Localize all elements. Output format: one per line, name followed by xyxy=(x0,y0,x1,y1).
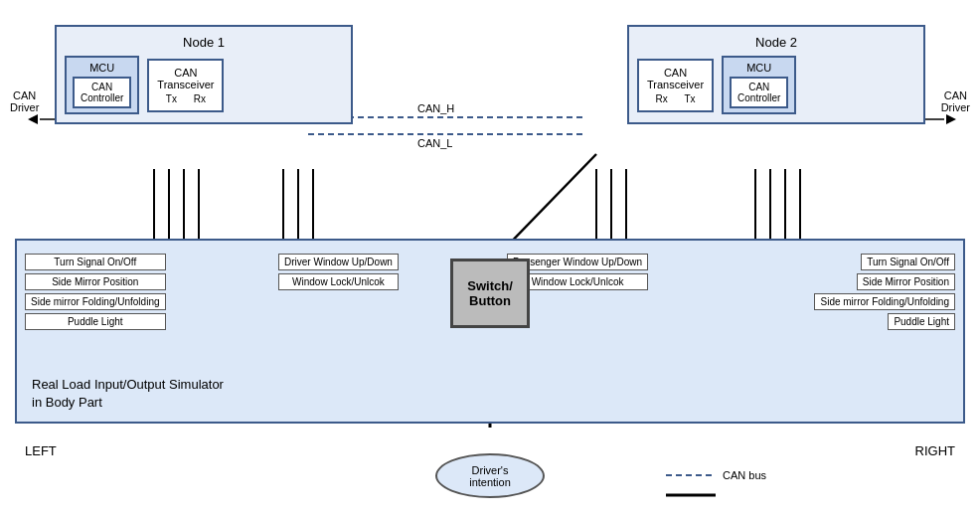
node1-container: Node 1 MCU CANController CANTransceiver … xyxy=(55,25,353,124)
node2-mcu-label: MCU xyxy=(730,62,788,74)
signal-mirror-fold-left: Side mirror Folding/Unfolding xyxy=(25,293,166,310)
node2-container: Node 2 CANTransceiver Rx Tx MCU CANContr… xyxy=(627,25,925,124)
node2-box: Node 2 CANTransceiver Rx Tx MCU CANContr… xyxy=(627,25,925,124)
diagram-container: CAN_H CAN_L xyxy=(0,0,980,518)
signal-turn-right: Turn Signal On/Off xyxy=(861,254,955,270)
node2-transceiver: CANTransceiver Rx Tx xyxy=(637,59,714,112)
drivers-intention-ellipse: Driver'sintention xyxy=(435,453,545,498)
svg-marker-25 xyxy=(946,114,956,124)
signal-mirror-pos-right: Side Mirror Position xyxy=(857,273,955,290)
left-label: LEFT xyxy=(25,443,57,458)
node1-mcu-label: MCU xyxy=(73,62,131,74)
signal-driver-window: Driver Window Up/Down xyxy=(278,254,399,270)
switch-button-box[interactable]: Switch/Button xyxy=(450,259,530,328)
right-signals-group: Turn Signal On/Off Side Mirror Position … xyxy=(814,254,955,332)
node1-mcu-box: MCU CANController xyxy=(65,56,139,114)
right-label: RIGHT xyxy=(915,443,955,458)
signal-mirror-fold-right: Side mirror Folding/Unfolding xyxy=(814,293,955,310)
node2-tx: Tx xyxy=(685,93,696,104)
switch-button-label: Switch/Button xyxy=(467,278,513,308)
signal-window-lock-left: Window Lock/Unlcok xyxy=(278,273,399,290)
signal-mirror-pos-left: Side Mirror Position xyxy=(25,273,166,290)
node1-box: Node 1 MCU CANController CANTransceiver … xyxy=(55,25,353,124)
svg-text:CAN_L: CAN_L xyxy=(417,137,452,149)
node1-transceiver: CANTransceiver Tx Rx xyxy=(147,59,224,112)
svg-text:CAN bus: CAN bus xyxy=(723,469,767,481)
node2-label: Node 2 xyxy=(637,35,915,50)
simulator-label: Real Load Input/Output Simulator in Body… xyxy=(32,376,224,412)
node2-can-controller: CANController xyxy=(730,77,788,108)
node2-rx: Rx xyxy=(655,93,667,104)
svg-marker-23 xyxy=(28,114,38,124)
left-center-signals-group: Driver Window Up/Down Window Lock/Unlcok xyxy=(278,254,399,292)
can-driver-right: CANDriver xyxy=(941,89,970,113)
node1-rx: Rx xyxy=(194,93,206,104)
signal-puddle-left: Puddle Light xyxy=(25,313,166,330)
drivers-intention-label: Driver'sintention xyxy=(469,464,511,488)
node1-tx: Tx xyxy=(166,93,177,104)
can-driver-left: CANDriver xyxy=(10,89,39,113)
node2-mcu-box: MCU CANController xyxy=(722,56,796,114)
node1-can-controller: CANController xyxy=(73,77,131,108)
signal-puddle-right: Puddle Light xyxy=(888,313,955,330)
svg-text:CAN_H: CAN_H xyxy=(417,102,454,114)
node1-label: Node 1 xyxy=(65,35,343,50)
signal-turn-left: Turn Signal On/Off xyxy=(25,254,166,270)
left-signals-group: Turn Signal On/Off Side Mirror Position … xyxy=(25,254,166,332)
